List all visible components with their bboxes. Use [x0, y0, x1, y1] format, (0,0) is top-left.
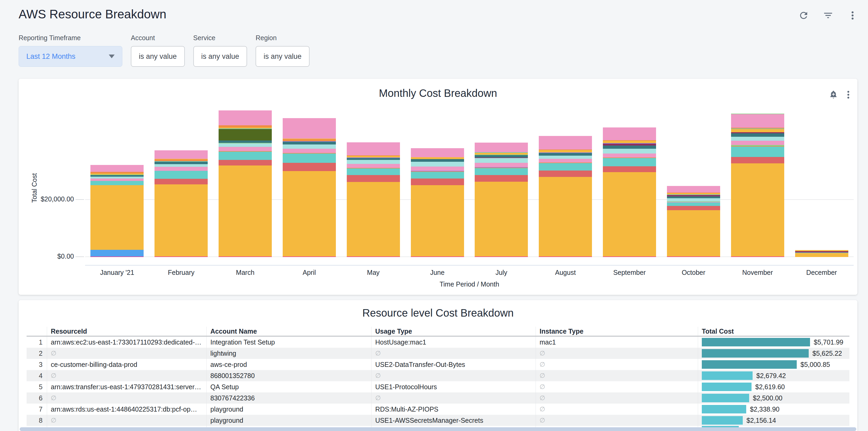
column-header-account-name[interactable]: Account Name	[206, 327, 371, 336]
bar-segment[interactable]	[731, 157, 784, 163]
refresh-icon[interactable]	[798, 9, 809, 21]
bar-segment[interactable]	[347, 182, 400, 256]
bar-segment[interactable]	[667, 196, 720, 198]
bar-segment[interactable]	[475, 153, 528, 155]
account-filter-button[interactable]: is any value	[131, 46, 185, 67]
stacked-bar[interactable]	[90, 165, 144, 257]
bar-segment[interactable]	[539, 153, 592, 156]
stacked-bar[interactable]	[283, 118, 336, 257]
kebab-menu-icon[interactable]	[847, 9, 859, 21]
bar-segment[interactable]	[411, 185, 464, 256]
bar-segment[interactable]	[411, 172, 464, 179]
bar-segment[interactable]	[411, 166, 464, 171]
bar-segment[interactable]	[347, 164, 400, 168]
cell-total-cost[interactable]: $2,619.60	[698, 381, 849, 393]
bar-segment[interactable]	[283, 163, 336, 171]
cell-usage-type[interactable]: USE1-ProtocolHours	[371, 381, 535, 393]
bar-segment[interactable]	[90, 256, 144, 257]
bar-segment[interactable]	[155, 171, 208, 179]
bar-segment[interactable]	[475, 168, 528, 175]
bar-segment[interactable]	[475, 182, 528, 256]
stacked-bar[interactable]	[731, 114, 784, 257]
cell-account-name[interactable]: aws-ce-prod	[206, 359, 371, 370]
bar-segment[interactable]	[475, 256, 528, 257]
bar-segment[interactable]	[539, 150, 592, 152]
cell-total-cost[interactable]: $2,156.14	[698, 415, 849, 426]
bar-segment[interactable]	[475, 143, 528, 152]
cell-total-cost[interactable]: $2,500.00	[698, 393, 849, 404]
bar-segment[interactable]	[603, 146, 656, 149]
bar-segment[interactable]	[155, 167, 208, 171]
stacked-bar[interactable]	[155, 150, 208, 257]
bar-segment[interactable]	[539, 171, 592, 177]
bar-segment[interactable]	[475, 175, 528, 182]
bar-segment[interactable]	[219, 141, 272, 143]
bar-segment[interactable]	[411, 159, 464, 162]
bar-segment[interactable]	[411, 148, 464, 157]
reporting-timeframe-select[interactable]: Last 12 Months	[19, 46, 122, 67]
bar-segment[interactable]	[667, 206, 720, 210]
stacked-bar[interactable]	[411, 148, 464, 257]
bar-segment[interactable]	[667, 203, 720, 206]
cell-resource-id[interactable]: arn:aws:ec2:us-east-1:733017110293:dedic…	[47, 337, 206, 348]
cell-resource-id[interactable]: arn:aws:rds:us-east-1:448640225317:db:pc…	[47, 404, 206, 415]
bar-segment[interactable]	[347, 168, 400, 175]
bar-segment[interactable]	[219, 144, 272, 147]
bar-segment[interactable]	[219, 160, 272, 165]
stacked-bar[interactable]	[219, 111, 272, 257]
bar-segment[interactable]	[731, 141, 784, 145]
bar-segment[interactable]	[731, 114, 784, 128]
bar-segment[interactable]	[219, 256, 272, 257]
cell-usage-type[interactable]: USE2-DataTransfer-Out-Bytes	[371, 359, 535, 370]
bar-segment[interactable]	[219, 111, 272, 125]
cell-account-name[interactable]: QA Setup	[206, 381, 371, 393]
column-header-instance-type[interactable]: Instance Type	[535, 327, 698, 336]
cell-account-name[interactable]: 830767422336	[206, 393, 371, 404]
column-header-total-cost[interactable]: Total Cost	[698, 327, 849, 336]
bar-segment[interactable]	[90, 181, 144, 185]
bar-segment[interactable]	[411, 256, 464, 257]
bar-segment[interactable]	[219, 165, 272, 256]
bar-segment[interactable]	[603, 154, 656, 157]
bar-segment[interactable]	[283, 142, 336, 145]
bar-segment[interactable]	[90, 165, 144, 172]
cell-total-cost[interactable]: $2,338.90	[698, 404, 849, 415]
bar-segment[interactable]	[219, 129, 272, 141]
bar-segment[interactable]	[283, 154, 336, 163]
bar-segment[interactable]	[283, 149, 336, 153]
bar-segment[interactable]	[283, 118, 336, 138]
bar-segment[interactable]	[539, 256, 592, 257]
bar-segment[interactable]	[283, 145, 336, 149]
bar-segment[interactable]	[411, 162, 464, 166]
stacked-bar[interactable]	[603, 127, 656, 257]
bar-segment[interactable]	[155, 256, 208, 257]
bar-segment[interactable]	[219, 125, 272, 127]
bar-segment[interactable]	[603, 158, 656, 166]
cell-resource-id[interactable]: ce-customer-billing-data-prod	[47, 359, 206, 370]
bar-segment[interactable]	[667, 186, 720, 193]
cell-account-name[interactable]: playground	[206, 415, 371, 426]
bar-segment[interactable]	[347, 142, 400, 155]
bar-segment[interactable]	[90, 250, 144, 256]
service-filter-button[interactable]: is any value	[193, 46, 247, 67]
bar-segment[interactable]	[155, 179, 208, 184]
cell-account-name[interactable]: playground	[206, 404, 371, 415]
bar-segment[interactable]	[603, 166, 656, 172]
bar-segment[interactable]	[283, 171, 336, 256]
bar-segment[interactable]	[347, 160, 400, 164]
alert-bell-plus-icon[interactable]	[828, 89, 839, 100]
column-header-usage-type[interactable]: Usage Type	[371, 327, 535, 336]
bar-segment[interactable]	[731, 147, 784, 157]
bar-segment[interactable]	[219, 147, 272, 151]
cell-resource-id[interactable]: arn:aws:transfer:us-east-1:479370281431:…	[47, 381, 206, 393]
bar-segment[interactable]	[667, 256, 720, 257]
bar-segment[interactable]	[795, 253, 848, 257]
table-horizontal-scrollbar[interactable]	[20, 427, 856, 431]
bar-segment[interactable]	[283, 256, 336, 257]
cell-total-cost[interactable]: $2,679.42	[698, 370, 849, 381]
bar-segment[interactable]	[411, 179, 464, 185]
kebab-menu-icon[interactable]	[842, 89, 854, 100]
bar-segment[interactable]	[155, 150, 208, 159]
bar-segment[interactable]	[731, 137, 784, 141]
bar-segment[interactable]	[603, 144, 656, 146]
